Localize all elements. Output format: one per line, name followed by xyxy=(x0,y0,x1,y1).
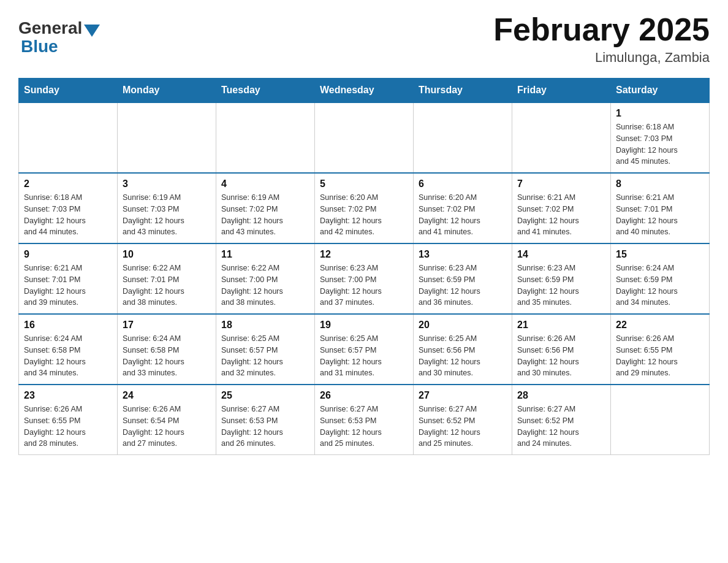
week-row-1: 1Sunrise: 6:18 AM Sunset: 7:03 PM Daylig… xyxy=(19,102,710,173)
day-info: Sunrise: 6:21 AM Sunset: 7:01 PM Dayligh… xyxy=(24,262,112,308)
day-info: Sunrise: 6:23 AM Sunset: 7:00 PM Dayligh… xyxy=(320,262,408,308)
calendar-cell: 3Sunrise: 6:19 AM Sunset: 7:03 PM Daylig… xyxy=(118,173,216,243)
calendar-cell: 10Sunrise: 6:22 AM Sunset: 7:01 PM Dayli… xyxy=(118,243,216,314)
day-info: Sunrise: 6:25 AM Sunset: 6:57 PM Dayligh… xyxy=(320,333,408,379)
day-number: 20 xyxy=(419,320,507,331)
calendar-cell: 20Sunrise: 6:25 AM Sunset: 6:56 PM Dayli… xyxy=(414,314,512,385)
day-info: Sunrise: 6:25 AM Sunset: 6:56 PM Dayligh… xyxy=(419,333,507,379)
weekday-header-sunday: Sunday xyxy=(19,79,118,103)
calendar-cell: 26Sunrise: 6:27 AM Sunset: 6:53 PM Dayli… xyxy=(315,385,414,455)
day-info: Sunrise: 6:18 AM Sunset: 7:03 PM Dayligh… xyxy=(24,192,112,238)
day-number: 18 xyxy=(221,320,309,331)
day-number: 12 xyxy=(320,249,408,260)
week-row-3: 9Sunrise: 6:21 AM Sunset: 7:01 PM Daylig… xyxy=(19,243,710,314)
day-number: 27 xyxy=(419,390,507,401)
calendar-cell: 8Sunrise: 6:21 AM Sunset: 7:01 PM Daylig… xyxy=(611,173,710,243)
day-info: Sunrise: 6:27 AM Sunset: 6:53 PM Dayligh… xyxy=(320,404,408,450)
weekday-header-thursday: Thursday xyxy=(414,79,512,103)
week-row-4: 16Sunrise: 6:24 AM Sunset: 6:58 PM Dayli… xyxy=(19,314,710,385)
calendar-cell: 6Sunrise: 6:20 AM Sunset: 7:02 PM Daylig… xyxy=(414,173,512,243)
weekday-header-saturday: Saturday xyxy=(611,79,710,103)
weekday-header-wednesday: Wednesday xyxy=(315,79,414,103)
logo-triangle-icon xyxy=(84,25,100,37)
day-number: 7 xyxy=(517,178,605,190)
day-number: 14 xyxy=(517,249,605,260)
day-number: 13 xyxy=(419,249,507,260)
day-number: 5 xyxy=(320,178,408,190)
day-info: Sunrise: 6:26 AM Sunset: 6:55 PM Dayligh… xyxy=(24,404,112,450)
day-number: 11 xyxy=(221,249,309,260)
day-number: 8 xyxy=(616,178,704,190)
day-info: Sunrise: 6:26 AM Sunset: 6:55 PM Dayligh… xyxy=(616,333,704,379)
day-info: Sunrise: 6:21 AM Sunset: 7:02 PM Dayligh… xyxy=(517,192,605,238)
day-number: 21 xyxy=(517,320,605,331)
page-header: General Blue February 2025 Limulunga, Za… xyxy=(18,12,710,66)
day-number: 19 xyxy=(320,320,408,331)
calendar-cell xyxy=(315,102,414,173)
day-number: 1 xyxy=(616,108,704,119)
calendar-cell xyxy=(414,102,512,173)
day-info: Sunrise: 6:19 AM Sunset: 7:02 PM Dayligh… xyxy=(221,192,309,238)
day-number: 16 xyxy=(24,320,112,331)
calendar-cell: 13Sunrise: 6:23 AM Sunset: 6:59 PM Dayli… xyxy=(414,243,512,314)
calendar-cell: 15Sunrise: 6:24 AM Sunset: 6:59 PM Dayli… xyxy=(611,243,710,314)
day-info: Sunrise: 6:27 AM Sunset: 6:52 PM Dayligh… xyxy=(517,404,605,450)
day-number: 24 xyxy=(123,390,211,401)
day-info: Sunrise: 6:26 AM Sunset: 6:56 PM Dayligh… xyxy=(517,333,605,379)
calendar-cell: 9Sunrise: 6:21 AM Sunset: 7:01 PM Daylig… xyxy=(19,243,118,314)
day-number: 15 xyxy=(616,249,704,260)
calendar-cell: 7Sunrise: 6:21 AM Sunset: 7:02 PM Daylig… xyxy=(512,173,611,243)
calendar-cell: 17Sunrise: 6:24 AM Sunset: 6:58 PM Dayli… xyxy=(118,314,216,385)
calendar-cell: 28Sunrise: 6:27 AM Sunset: 6:52 PM Dayli… xyxy=(512,385,611,455)
day-number: 6 xyxy=(419,178,507,190)
calendar-cell: 2Sunrise: 6:18 AM Sunset: 7:03 PM Daylig… xyxy=(19,173,118,243)
calendar-cell: 21Sunrise: 6:26 AM Sunset: 6:56 PM Dayli… xyxy=(512,314,611,385)
week-row-2: 2Sunrise: 6:18 AM Sunset: 7:03 PM Daylig… xyxy=(19,173,710,243)
title-section: February 2025 Limulunga, Zambia xyxy=(493,12,710,66)
calendar-cell: 5Sunrise: 6:20 AM Sunset: 7:02 PM Daylig… xyxy=(315,173,414,243)
day-number: 3 xyxy=(123,178,211,190)
calendar-cell: 25Sunrise: 6:27 AM Sunset: 6:53 PM Dayli… xyxy=(216,385,315,455)
weekday-header-monday: Monday xyxy=(118,79,216,103)
day-info: Sunrise: 6:20 AM Sunset: 7:02 PM Dayligh… xyxy=(320,192,408,238)
day-number: 17 xyxy=(123,320,211,331)
day-number: 9 xyxy=(24,249,112,260)
day-number: 2 xyxy=(24,178,112,190)
calendar-cell: 22Sunrise: 6:26 AM Sunset: 6:55 PM Dayli… xyxy=(611,314,710,385)
week-row-5: 23Sunrise: 6:26 AM Sunset: 6:55 PM Dayli… xyxy=(19,385,710,455)
logo-general-text: General xyxy=(18,18,82,38)
calendar-cell: 16Sunrise: 6:24 AM Sunset: 6:58 PM Dayli… xyxy=(19,314,118,385)
calendar-cell: 19Sunrise: 6:25 AM Sunset: 6:57 PM Dayli… xyxy=(315,314,414,385)
location: Limulunga, Zambia xyxy=(493,50,710,66)
day-number: 28 xyxy=(517,390,605,401)
day-info: Sunrise: 6:24 AM Sunset: 6:58 PM Dayligh… xyxy=(24,333,112,379)
day-info: Sunrise: 6:27 AM Sunset: 6:52 PM Dayligh… xyxy=(419,404,507,450)
day-info: Sunrise: 6:24 AM Sunset: 6:59 PM Dayligh… xyxy=(616,262,704,308)
day-info: Sunrise: 6:24 AM Sunset: 6:58 PM Dayligh… xyxy=(123,333,211,379)
calendar-cell xyxy=(118,102,216,173)
logo-blue-text: Blue xyxy=(21,37,58,56)
logo: General Blue xyxy=(18,12,102,56)
calendar-cell: 11Sunrise: 6:22 AM Sunset: 7:00 PM Dayli… xyxy=(216,243,315,314)
calendar-cell xyxy=(19,102,118,173)
calendar-cell: 18Sunrise: 6:25 AM Sunset: 6:57 PM Dayli… xyxy=(216,314,315,385)
day-number: 4 xyxy=(221,178,309,190)
weekday-header-friday: Friday xyxy=(512,79,611,103)
weekday-header-row: SundayMondayTuesdayWednesdayThursdayFrid… xyxy=(19,79,710,103)
day-info: Sunrise: 6:23 AM Sunset: 6:59 PM Dayligh… xyxy=(419,262,507,308)
calendar-table: SundayMondayTuesdayWednesdayThursdayFrid… xyxy=(18,78,710,455)
calendar-cell: 14Sunrise: 6:23 AM Sunset: 6:59 PM Dayli… xyxy=(512,243,611,314)
calendar-cell xyxy=(216,102,315,173)
day-info: Sunrise: 6:22 AM Sunset: 7:00 PM Dayligh… xyxy=(221,262,309,308)
day-number: 25 xyxy=(221,390,309,401)
day-info: Sunrise: 6:22 AM Sunset: 7:01 PM Dayligh… xyxy=(123,262,211,308)
calendar-cell: 24Sunrise: 6:26 AM Sunset: 6:54 PM Dayli… xyxy=(118,385,216,455)
calendar-cell: 27Sunrise: 6:27 AM Sunset: 6:52 PM Dayli… xyxy=(414,385,512,455)
day-info: Sunrise: 6:23 AM Sunset: 6:59 PM Dayligh… xyxy=(517,262,605,308)
day-info: Sunrise: 6:21 AM Sunset: 7:01 PM Dayligh… xyxy=(616,192,704,238)
calendar-cell xyxy=(611,385,710,455)
month-title: February 2025 xyxy=(493,12,710,47)
day-info: Sunrise: 6:26 AM Sunset: 6:54 PM Dayligh… xyxy=(123,404,211,450)
weekday-header-tuesday: Tuesday xyxy=(216,79,315,103)
day-number: 10 xyxy=(123,249,211,260)
